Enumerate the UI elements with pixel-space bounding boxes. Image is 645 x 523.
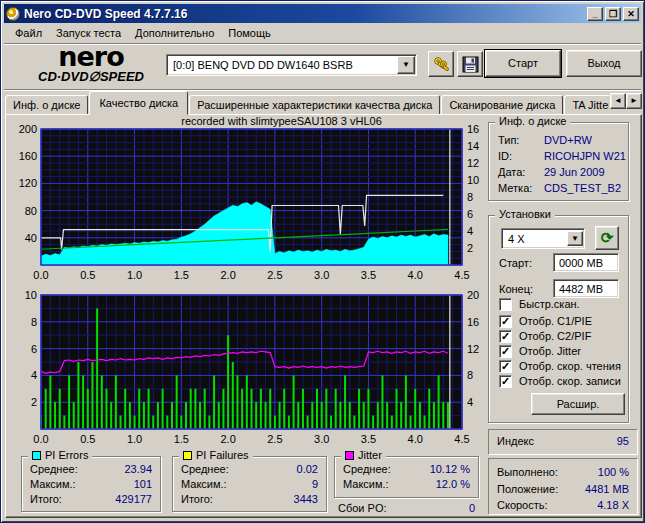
nero-logo: nero CD·DVD∅SPEED <box>16 45 166 84</box>
speed-label: Скорость: <box>497 499 548 511</box>
tab-advanced-quality[interactable]: Расширенные характеристики качества диск… <box>189 95 440 115</box>
tab-disc-quality[interactable]: Качество диска <box>89 91 188 115</box>
app-window: Nero CD-DVD Speed 4.7.7.16 _ ❒ ✕ Файл За… <box>0 0 645 523</box>
svg-text:1.0: 1.0 <box>127 269 142 281</box>
disc-type-value: DVD+RW <box>544 134 592 146</box>
chevron-down-icon[interactable]: ▼ <box>397 56 415 74</box>
drive-select[interactable]: [0:0] BENQ DVD DD DW1640 BSRB ▼ <box>166 54 417 76</box>
svg-text:2.0: 2.0 <box>220 269 235 281</box>
svg-text:200: 200 <box>19 123 37 135</box>
start-position-field[interactable] <box>553 253 619 272</box>
checkbox-icon[interactable]: ✓ <box>499 375 512 388</box>
checkbox-icon[interactable]: ✓ <box>499 315 512 328</box>
show-c1-pie-checkbox[interactable]: ✓Отобр. C1/PIE <box>499 314 592 328</box>
po-failures-value: 0 <box>469 502 475 514</box>
exit-button[interactable]: Выход <box>566 50 642 77</box>
fast-scan-checkbox[interactable]: Быстр.скан. <box>499 297 580 311</box>
svg-text:4: 4 <box>467 396 473 408</box>
disc-info-group: Инф. о диске Тип:DVD+RW ID:RICOHJPN W21 … <box>488 122 629 201</box>
tab-scroll-left[interactable]: ◄ <box>610 93 626 109</box>
show-c2-pif-checkbox[interactable]: ✓Отобр. C2/PIF <box>499 329 591 343</box>
svg-text:0.5: 0.5 <box>80 269 95 281</box>
speed-select[interactable]: 4 X ▼ <box>501 228 585 249</box>
start-button[interactable]: Старт <box>485 50 561 77</box>
svg-text:20: 20 <box>467 289 479 301</box>
svg-text:2: 2 <box>31 396 37 408</box>
po-failures-row: Сбои PO: 0 <box>338 502 475 516</box>
checkbox-icon[interactable]: ✓ <box>499 330 512 343</box>
svg-text:4.0: 4.0 <box>408 269 423 281</box>
show-jitter-label: Отобр. Jitter <box>519 345 581 357</box>
refresh-button[interactable]: ⟳ <box>595 226 619 250</box>
show-write-speed-checkbox[interactable]: ✓Отобр. скор. записи <box>499 374 621 388</box>
tab-strip: Инф. о диске Качество диска Расширенные … <box>5 91 609 115</box>
disc-label-value: CDS_TEST_B2 <box>544 182 621 194</box>
nero-logo-text: nero <box>16 45 166 69</box>
window-title: Nero CD-DVD Speed 4.7.7.16 <box>24 7 585 21</box>
chevron-down-icon[interactable]: ▼ <box>567 231 583 246</box>
tab-scroll-right[interactable]: ► <box>626 93 642 109</box>
svg-text:4: 4 <box>31 369 37 381</box>
tab-scandisc[interactable]: Сканирование диска <box>441 95 563 115</box>
svg-text:3.0: 3.0 <box>314 269 329 281</box>
pe-avg-value: 23.94 <box>124 463 152 475</box>
show-read-speed-checkbox[interactable]: ✓Отобр. скор. чтения <box>499 359 621 373</box>
minimize-button[interactable]: _ <box>587 7 603 21</box>
svg-text:1.0: 1.0 <box>127 433 142 445</box>
refresh-icon: ⟳ <box>601 229 614 246</box>
start-position-label: Старт: <box>499 257 532 269</box>
jitter-color-icon <box>345 451 354 460</box>
speed-value: 4.18 X <box>597 499 629 511</box>
svg-text:6: 6 <box>467 208 473 220</box>
jitter-avg-label: Среднее: <box>343 463 391 475</box>
pi-failures-color-icon <box>183 451 192 460</box>
maximize-button[interactable]: ❒ <box>605 7 621 21</box>
menu-help[interactable]: Помощь <box>222 25 277 41</box>
app-icon <box>6 7 20 21</box>
fast-scan-label: Быстр.скан. <box>519 298 580 310</box>
tab-disc-info[interactable]: Инф. о диске <box>5 95 88 115</box>
checkbox-icon[interactable]: ✓ <box>499 360 512 373</box>
checkbox-icon[interactable] <box>499 298 512 311</box>
show-jitter-checkbox[interactable]: ✓Отобр. Jitter <box>499 344 581 358</box>
pe-total-label: Итого: <box>30 493 62 505</box>
title-bar: Nero CD-DVD Speed 4.7.7.16 _ ❒ ✕ <box>4 4 641 23</box>
options-button[interactable] <box>428 51 454 77</box>
pe-avg-label: Среднее: <box>30 463 78 475</box>
menu-extra[interactable]: Дополнительно <box>129 25 220 41</box>
svg-text:10: 10 <box>467 174 479 186</box>
svg-text:16: 16 <box>467 123 479 135</box>
menu-run-test[interactable]: Запуск теста <box>50 25 127 41</box>
close-button[interactable]: ✕ <box>623 7 639 21</box>
end-position-field[interactable] <box>553 279 619 298</box>
tab-ta-jitter[interactable]: TA Jitter <box>564 95 609 115</box>
svg-text:3.5: 3.5 <box>361 433 376 445</box>
svg-text:0.0: 0.0 <box>33 269 48 281</box>
svg-text:0.0: 0.0 <box>33 433 48 445</box>
settings-title: Установки <box>495 208 555 220</box>
end-position-label: Конец: <box>499 283 533 295</box>
toolbar: nero CD·DVD∅SPEED [0:0] BENQ DVD DD DW16… <box>4 45 641 89</box>
pf-max-label: Максим.: <box>181 478 227 490</box>
advanced-button[interactable]: Расшир. <box>531 393 625 415</box>
checkbox-icon[interactable]: ✓ <box>499 345 512 358</box>
svg-text:80: 80 <box>25 205 37 217</box>
pi-errors-title: PI Errors <box>28 449 92 461</box>
pi-errors-color-icon <box>32 451 41 460</box>
show-read-speed-label: Отобр. скор. чтения <box>519 360 621 372</box>
svg-text:3.0: 3.0 <box>314 433 329 445</box>
svg-text:40: 40 <box>25 232 37 244</box>
svg-text:10: 10 <box>25 289 37 301</box>
save-button[interactable] <box>457 51 483 77</box>
menu-file[interactable]: Файл <box>9 25 48 41</box>
svg-text:14: 14 <box>467 140 479 152</box>
speed-select-value: 4 X <box>502 233 566 245</box>
svg-text:2.0: 2.0 <box>220 433 235 445</box>
pf-total-value: 3443 <box>294 493 318 505</box>
index-panel: Индекс 95 <box>488 429 638 455</box>
pi-errors-group: PI Errors Среднее:23.94 Максим.:101 Итог… <box>21 456 161 512</box>
position-value: 4481 MB <box>585 483 629 495</box>
tools-icon <box>432 55 450 73</box>
done-value: 100 % <box>598 466 629 478</box>
save-icon <box>462 56 479 73</box>
